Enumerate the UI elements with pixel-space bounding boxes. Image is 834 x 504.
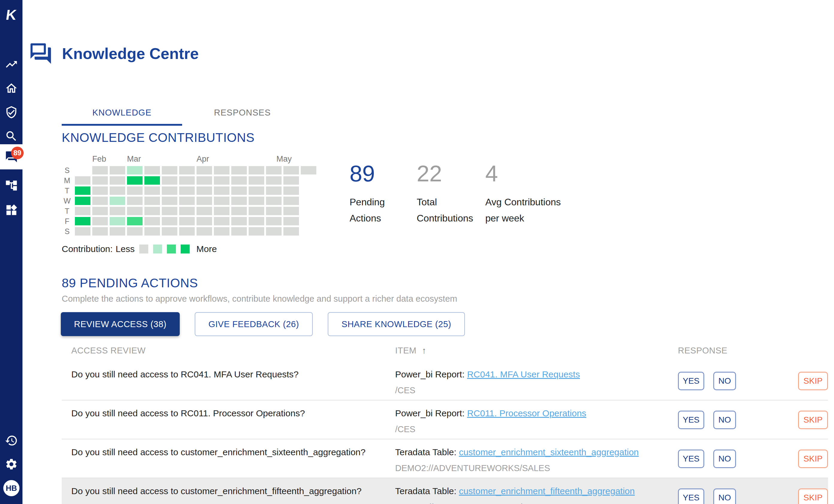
contribution-cell — [179, 227, 195, 235]
contribution-cell — [162, 227, 177, 235]
contribution-cell — [266, 217, 282, 225]
column-item[interactable]: ITEM↑ — [395, 346, 678, 362]
contribution-cell — [249, 197, 264, 205]
filter-review-access[interactable]: REVIEW ACCESS (38) — [61, 312, 180, 336]
contribution-cell — [214, 176, 229, 185]
contribution-cell — [249, 217, 264, 225]
month-label: Feb — [92, 155, 106, 164]
app-logo[interactable]: K — [0, 6, 24, 23]
no-button[interactable]: NO — [713, 450, 736, 468]
heatmap-spacer — [301, 186, 316, 195]
no-button[interactable]: NO — [713, 411, 736, 429]
heatmap-grid: SMTWTFS — [62, 165, 318, 236]
no-button[interactable]: NO — [713, 372, 736, 390]
heatmap-spacer — [301, 217, 316, 225]
sidebar-item-lineage[interactable] — [0, 177, 22, 194]
table-row: Do you still need access to RC011. Proce… — [62, 400, 828, 439]
sidebar-item-home[interactable] — [0, 80, 22, 97]
heatmap-months: FebMarAprMay — [75, 155, 318, 165]
table-header-row: ACCESS REVIEW ITEM↑ RESPONSE — [62, 343, 828, 362]
contribution-cell — [110, 186, 125, 195]
contribution-cell — [92, 227, 108, 235]
filter-share-knowledge[interactable]: SHARE KNOWLEDGE (25) — [328, 312, 465, 336]
table-row: Do you still need access to customer_enr… — [62, 478, 828, 504]
contribution-cell — [162, 176, 177, 185]
item-cell: Power_bi Report: RC041. MFA User Request… — [395, 369, 669, 380]
skip-button[interactable]: SKIP — [798, 411, 828, 429]
yes-button[interactable]: YES — [678, 450, 704, 468]
item-cell: Teradata Table: customer_enrichment_fift… — [395, 486, 669, 496]
no-button[interactable]: NO — [713, 488, 736, 504]
stat-value: 4 — [485, 162, 561, 186]
contribution-cell — [75, 227, 90, 235]
tab-responses[interactable]: RESPONSES — [182, 99, 303, 126]
item-link[interactable]: RC041. MFA User Requests — [467, 369, 580, 379]
sidebar-item-knowledge-centre[interactable]: 89 — [0, 144, 22, 169]
contribution-cell — [110, 217, 125, 225]
sidebar-item-trends[interactable] — [0, 56, 22, 73]
page-title: Knowledge Centre — [62, 45, 199, 63]
contribution-cell — [266, 176, 282, 185]
contribution-cell — [92, 186, 108, 195]
contribution-cell — [162, 217, 177, 225]
contribution-cell — [283, 186, 299, 195]
pending-actions-heading: 89 PENDING ACTIONS — [62, 276, 198, 290]
item-path: /CES — [395, 425, 669, 434]
contribution-cell — [145, 217, 160, 225]
heatmap-spacer — [301, 176, 316, 185]
heatmap-legend: Contribution: Less More — [62, 244, 217, 254]
contribution-cell — [249, 227, 264, 235]
contribution-cell — [197, 227, 212, 235]
contribution-cell — [197, 217, 212, 225]
stat-item: 4 Avg Contributionsper week — [485, 162, 561, 226]
legend-swatches — [134, 245, 190, 253]
skip-button[interactable]: SKIP — [798, 372, 828, 390]
contribution-cell — [127, 227, 142, 235]
item-cell: Teradata Table: customer_enrichment_sixt… — [395, 447, 669, 457]
sidebar-item-widgets[interactable] — [0, 202, 22, 219]
tab-knowledge[interactable]: KNOWLEDGE — [62, 99, 182, 126]
contribution-cell — [75, 176, 90, 185]
contribution-cell — [197, 186, 212, 195]
contribution-cell — [197, 207, 212, 215]
yes-button[interactable]: YES — [678, 411, 704, 429]
contribution-cell — [145, 186, 160, 195]
yes-button[interactable]: YES — [678, 372, 704, 390]
day-label: T — [62, 207, 72, 215]
sort-ascending-icon[interactable]: ↑ — [422, 346, 426, 355]
contribution-cell — [127, 176, 142, 185]
contribution-cell — [179, 186, 195, 195]
skip-button[interactable]: SKIP — [798, 450, 828, 468]
contribution-cell — [283, 207, 299, 215]
item-type-label: Teradata Table: — [395, 486, 459, 496]
sidebar-item-governance[interactable] — [0, 104, 22, 121]
sidebar-item-settings[interactable] — [0, 456, 22, 473]
legend-swatch — [167, 245, 176, 253]
contribution-cell — [231, 217, 247, 225]
sidebar-item-history[interactable] — [0, 432, 22, 449]
column-access-review[interactable]: ACCESS REVIEW — [71, 346, 395, 362]
trending-up-icon — [5, 58, 18, 71]
heatmap-spacer — [301, 197, 316, 205]
contribution-cell — [283, 227, 299, 235]
contribution-cell — [75, 217, 90, 225]
contribution-cell — [75, 186, 90, 195]
contribution-cell — [249, 186, 264, 195]
user-avatar[interactable]: HB — [3, 480, 20, 496]
skip-button[interactable]: SKIP — [798, 488, 828, 504]
contribution-cell — [110, 176, 125, 185]
yes-button[interactable]: YES — [678, 488, 704, 504]
item-link[interactable]: customer_enrichment_sixteenth_aggregatio… — [459, 447, 639, 457]
shield-check-icon — [5, 106, 18, 119]
day-label: F — [62, 217, 72, 226]
item-link[interactable]: RC011. Processor Operations — [467, 408, 586, 418]
search-icon — [5, 130, 18, 143]
contribution-cell — [179, 207, 195, 215]
filter-give-feedback[interactable]: GIVE FEEDBACK (26) — [195, 312, 313, 336]
home-icon — [5, 82, 18, 95]
contribution-cell — [214, 207, 229, 215]
access-review-question: Do you still need access to customer_enr… — [71, 486, 383, 496]
item-link[interactable]: customer_enrichment_fifteenth_aggregatio… — [459, 486, 635, 496]
contribution-cell — [110, 207, 125, 215]
sidebar-item-search[interactable] — [0, 128, 22, 144]
